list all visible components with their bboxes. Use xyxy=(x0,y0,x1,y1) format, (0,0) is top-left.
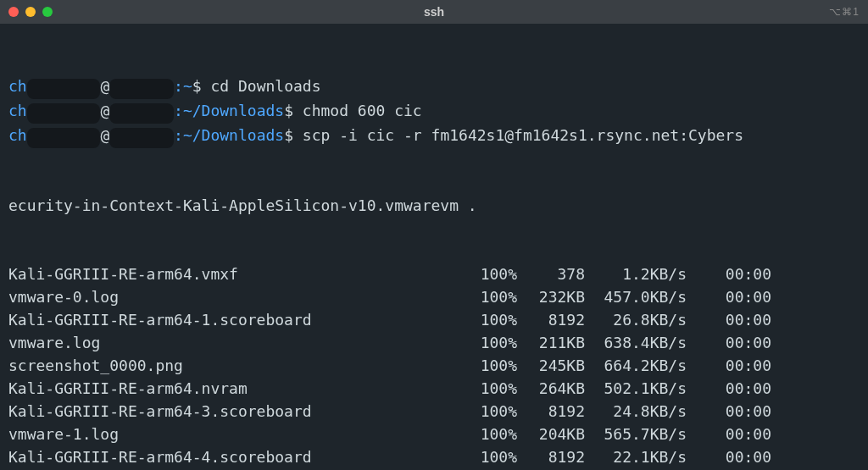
transfer-rate: 24.8KB/s xyxy=(585,400,687,423)
transfer-eta xyxy=(771,263,819,285)
transfer-eta xyxy=(771,354,819,377)
prompt-path: :~/Downloads xyxy=(174,102,284,119)
prompt-path: :~ xyxy=(174,77,192,95)
transfer-size: 8192 xyxy=(517,400,585,423)
transfer-row: vmware.log100%211KB638.4KB/s00:00 xyxy=(8,331,860,354)
transfer-time: 00:00 xyxy=(687,285,771,308)
transfer-row: screenshot_0000.png100%245KB664.2KB/s00:… xyxy=(8,354,860,377)
command-text: chmod 600 cic xyxy=(303,102,422,119)
window-titlebar: ssh ⌥⌘1 xyxy=(0,0,868,24)
prompt-user: ch xyxy=(8,102,27,119)
transfer-percent: 100% xyxy=(466,354,517,377)
transfer-rate: 22.1KB/s xyxy=(585,445,687,468)
transfer-rate: 26.8KB/s xyxy=(585,308,687,331)
transfer-eta xyxy=(771,285,819,308)
window-title: ssh xyxy=(0,1,868,24)
transfer-size: 8192 xyxy=(517,445,585,468)
transfer-time: 00:00 xyxy=(687,377,771,400)
prompt-line: ch________@_______:~$ cd Downloads xyxy=(8,75,860,99)
redacted-host: _______ xyxy=(109,103,174,124)
transfer-filename: Kali-GGRIII-RE-arm64-4.scoreboard xyxy=(8,445,466,468)
command-wrap-line: ecurity-in-Context-Kali-AppleSilicon-v10… xyxy=(8,194,860,217)
transfer-filename: Kali-GGRIII-RE-arm64.nvram xyxy=(8,377,466,400)
transfer-eta xyxy=(771,377,819,400)
transfer-rate: 565.7KB/s xyxy=(585,423,687,445)
prompt-user: ch xyxy=(8,77,27,95)
transfer-row: Kali-GGRIII-RE-arm64.vmxf100% 3781.2KB/s… xyxy=(8,263,860,285)
transfer-rate: 502.1KB/s xyxy=(585,377,687,400)
transfer-size: 245KB xyxy=(517,354,585,377)
transfer-size: 211KB xyxy=(517,331,585,354)
prompt-at: @ xyxy=(100,77,109,95)
transfer-row: vmware-1.log100%204KB565.7KB/s00:00 xyxy=(8,423,860,445)
prompt-sigil: $ xyxy=(284,126,303,144)
prompt-sigil: $ xyxy=(284,102,303,119)
prompt-user: ch xyxy=(8,126,27,144)
transfer-time: 00:00 xyxy=(687,331,771,354)
transfer-filename: screenshot_0000.png xyxy=(8,354,466,377)
prompt-sigil: $ xyxy=(192,77,211,95)
transfer-percent: 100% xyxy=(466,331,517,354)
prompt-at: @ xyxy=(100,102,109,119)
transfer-eta xyxy=(771,308,819,331)
transfer-filename: vmware.log xyxy=(8,331,466,354)
transfer-time: 00:00 xyxy=(687,423,771,445)
transfer-size: 264KB xyxy=(517,377,585,400)
transfer-rate: 664.2KB/s xyxy=(585,354,687,377)
transfer-eta xyxy=(771,423,819,445)
transfer-eta xyxy=(771,400,819,423)
transfer-time: 00:00 xyxy=(687,445,771,468)
transfer-time: 00:00 xyxy=(687,354,771,377)
transfer-percent: 100% xyxy=(466,445,517,468)
transfer-percent: 100% xyxy=(466,308,517,331)
transfer-eta xyxy=(771,445,819,468)
transfer-rate: 457.0KB/s xyxy=(585,285,687,308)
transfer-time: 00:00 xyxy=(687,308,771,331)
transfer-percent: 100% xyxy=(466,377,517,400)
transfer-percent: 100% xyxy=(466,400,517,423)
redacted-username: ________ xyxy=(27,128,101,148)
redacted-host: _______ xyxy=(109,79,174,99)
terminal-output[interactable]: ch________@_______:~$ cd Downloadsch____… xyxy=(0,24,868,470)
prompt-line: ch________@_______:~/Downloads$ chmod 60… xyxy=(8,99,860,124)
prompt-at: @ xyxy=(100,126,109,144)
transfer-rate: 1.2KB/s xyxy=(585,263,687,285)
command-text: scp -i cic -r fm1642s1@fm1642s1.rsync.ne… xyxy=(303,126,743,144)
prompt-line: ch________@_______:~/Downloads$ scp -i c… xyxy=(8,124,860,148)
transfer-row: vmware-0.log100%232KB457.0KB/s00:00 xyxy=(8,285,860,308)
transfer-filename: Kali-GGRIII-RE-arm64.vmxf xyxy=(8,263,466,285)
transfer-row: Kali-GGRIII-RE-arm64-4.scoreboard100% 81… xyxy=(8,445,860,468)
transfer-size: 204KB xyxy=(517,423,585,445)
command-text: cd Downloads xyxy=(210,77,320,95)
redacted-host: _______ xyxy=(109,128,174,148)
transfer-size: 8192 xyxy=(517,308,585,331)
transfer-row: Kali-GGRIII-RE-arm64.nvram100%264KB502.1… xyxy=(8,377,860,400)
transfer-row: Kali-GGRIII-RE-arm64-1.scoreboard100% 81… xyxy=(8,308,860,331)
transfer-filename: vmware-1.log xyxy=(8,423,466,445)
transfer-time: 00:00 xyxy=(687,263,771,285)
transfer-percent: 100% xyxy=(466,285,517,308)
prompt-path: :~/Downloads xyxy=(174,126,284,144)
redacted-username: ________ xyxy=(27,103,101,124)
transfer-time: 00:00 xyxy=(687,400,771,423)
transfer-filename: Kali-GGRIII-RE-arm64-1.scoreboard xyxy=(8,308,466,331)
transfer-filename: Kali-GGRIII-RE-arm64-3.scoreboard xyxy=(8,400,466,423)
transfer-size: 378 xyxy=(517,263,585,285)
redacted-username: ________ xyxy=(27,79,101,99)
transfer-size: 232KB xyxy=(517,285,585,308)
transfer-eta xyxy=(771,331,819,354)
transfer-row: Kali-GGRIII-RE-arm64-3.scoreboard100% 81… xyxy=(8,400,860,423)
transfer-filename: vmware-0.log xyxy=(8,285,466,308)
transfer-percent: 100% xyxy=(466,263,517,285)
transfer-percent: 100% xyxy=(466,423,517,445)
transfer-rate: 638.4KB/s xyxy=(585,331,687,354)
